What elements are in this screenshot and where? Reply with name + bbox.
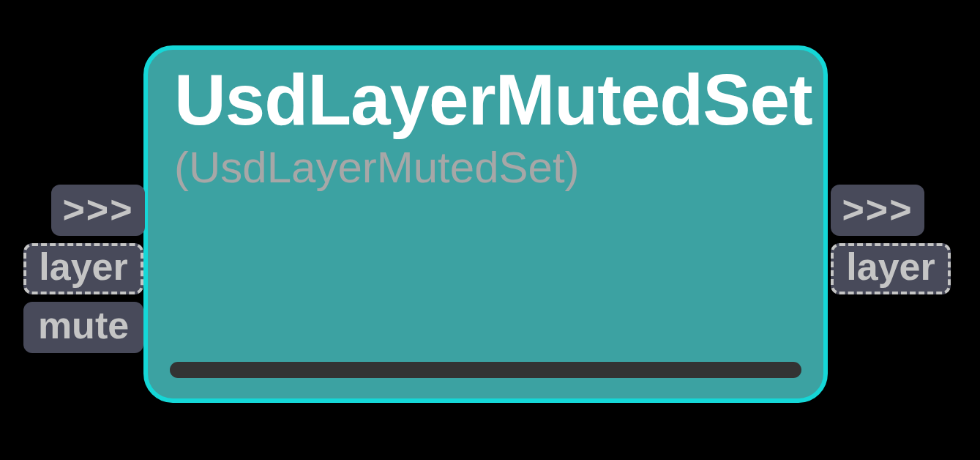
port-input-flow[interactable]: >>>: [51, 185, 145, 236]
port-output-flow[interactable]: >>>: [831, 185, 924, 236]
node-canvas: UsdLayerMutedSet (UsdLayerMutedSet) >>> …: [0, 0, 980, 460]
node-slider-track[interactable]: [170, 362, 801, 378]
node-usdlayermutedset[interactable]: UsdLayerMutedSet (UsdLayerMutedSet): [143, 45, 828, 403]
node-type-label: (UsdLayerMutedSet): [174, 142, 580, 193]
port-output-layer[interactable]: layer: [831, 243, 951, 294]
node-title: UsdLayerMutedSet: [174, 59, 812, 141]
port-input-layer[interactable]: layer: [23, 243, 143, 294]
port-input-mute[interactable]: mute: [23, 302, 143, 353]
